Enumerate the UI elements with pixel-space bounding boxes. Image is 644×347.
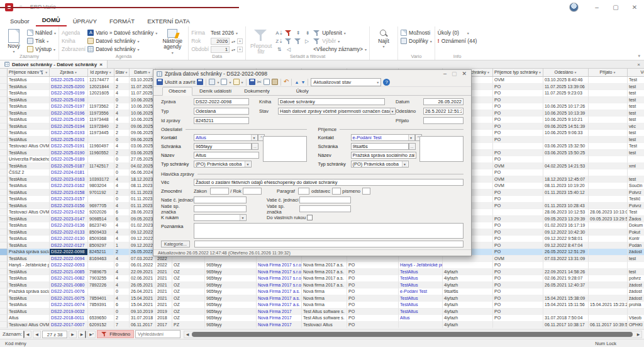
table-cell[interactable]: DS22-2025-0196	[50, 110, 88, 117]
table-row[interactable]: TestAltusDS22-2022-00948169463407.03.202…	[0, 256, 644, 263]
table-cell[interactable]	[543, 262, 589, 269]
table-cell[interactable]: 03.10.2025	[130, 77, 156, 84]
table-cell[interactable]: test	[628, 110, 644, 117]
table-cell[interactable]: TestAltus	[8, 295, 50, 302]
recipient-browse-button[interactable]: ...	[409, 143, 416, 150]
table-cell[interactable]: 4	[114, 275, 130, 282]
row-selector[interactable]	[0, 315, 8, 322]
new-record-button[interactable]: Nový▾	[3, 28, 25, 54]
personal-delivery-checkbox[interactable]	[307, 215, 313, 220]
table-cell[interactable]: PO	[493, 156, 543, 163]
table-cell[interactable]: 26.05.2021	[130, 282, 156, 289]
table-cell[interactable]	[589, 143, 628, 150]
collapse-ribbon-icon[interactable]: ▾	[638, 54, 640, 59]
table-cell[interactable]: 0	[114, 309, 130, 316]
table-cell[interactable]	[589, 315, 628, 322]
obdobi-plus-button[interactable]: +	[237, 47, 243, 52]
table-cell[interactable]: OVM	[493, 176, 543, 183]
zprava-field[interactable]	[194, 98, 249, 105]
row-selector[interactable]	[0, 309, 8, 316]
table-cell[interactable]	[589, 309, 628, 316]
row-selector[interactable]	[0, 262, 8, 269]
table-cell[interactable]: Nová Firma 2017 a.s.	[257, 302, 302, 309]
table-cell[interactable]: DS22-2021-0082	[50, 275, 88, 282]
table-cell[interactable]: 31.07.2018 7:50:04	[543, 315, 589, 322]
table-cell[interactable]: PO	[347, 322, 399, 329]
table-cell[interactable]: DS22-2025-0197	[50, 103, 88, 110]
table-cell[interactable]: TestAltus	[8, 137, 50, 144]
row-selector[interactable]	[0, 236, 8, 242]
table-cell[interactable]: 965fayy	[205, 269, 257, 276]
table-cell[interactable]: PO	[493, 90, 543, 97]
table-cell[interactable]: test	[628, 176, 644, 183]
table-cell[interactable]: TestAltus	[8, 90, 50, 97]
table-cell[interactable]: DS22-2025-0194	[50, 123, 88, 130]
table-cell[interactable]: PO	[493, 262, 543, 269]
table-cell[interactable]: PO	[493, 190, 543, 196]
table-cell[interactable]: 7903255	[88, 275, 114, 282]
table-cell[interactable]: DS22-2021-0080	[50, 282, 88, 289]
minimize-button[interactable]: –	[587, 0, 606, 14]
table-cell[interactable]: 2021	[156, 295, 172, 302]
category-button[interactable]: Kategorie...	[161, 241, 190, 247]
table-cell[interactable]: 4	[114, 282, 130, 289]
table-cell[interactable]: 10393172	[88, 176, 114, 183]
column-header[interactable]: Id zprávy▼	[88, 69, 114, 77]
row-selector[interactable]	[0, 137, 8, 144]
table-cell[interactable]: TestAltus	[8, 183, 50, 190]
table-cell[interactable]: Test	[628, 209, 644, 216]
table-cell[interactable]: OVM	[493, 163, 543, 170]
table-cell[interactable]: Nová firma 2017 a.s.	[302, 275, 347, 282]
table-cell[interactable]: Nová firma 2017 a.s.	[302, 282, 347, 289]
column-header[interactable]: Přijato▼	[589, 69, 628, 77]
advanced-filter-button[interactable]: Upřesnit▾	[313, 29, 367, 37]
table-cell[interactable]: 4	[114, 222, 130, 229]
table-cell[interactable]: 8245211	[88, 249, 114, 256]
table-cell[interactable]: PO	[493, 110, 543, 117]
table-cell[interactable]: Hanyš - Jeřábnické prá	[8, 262, 50, 269]
table-cell[interactable]: 0	[114, 196, 130, 203]
table-cell[interactable]: PO	[493, 137, 543, 144]
table-cell[interactable]: 4iyfazh	[443, 295, 493, 302]
law-field[interactable]	[210, 188, 229, 195]
table-cell[interactable]	[589, 282, 628, 289]
table-cell[interactable]: Nová firma 2017 a.s.	[302, 269, 347, 276]
table-cell[interactable]: PO	[493, 130, 543, 137]
table-cell[interactable]: 4	[114, 117, 130, 123]
table-cell[interactable]: OZ	[172, 315, 205, 322]
tab-domu[interactable]: DOMŮ	[36, 15, 67, 26]
table-cell[interactable]: 8623740	[88, 222, 114, 229]
tab-close-icon[interactable]: ×	[99, 62, 103, 67]
table-cell[interactable]: 26.05.2022 12:51:29	[543, 249, 589, 256]
table-cell[interactable]: PO	[493, 275, 543, 282]
table-cell[interactable]	[88, 97, 114, 104]
table-cell[interactable]: 01.11.2023 15:40:12	[543, 190, 589, 196]
table-cell[interactable]: 6	[114, 302, 130, 309]
column-header[interactable]: Odesláno▼	[543, 69, 589, 77]
table-cell[interactable]	[172, 256, 205, 263]
table-cell[interactable]: 0	[114, 97, 130, 104]
preview-button[interactable]: Náhled▾	[27, 29, 56, 37]
table-cell[interactable]: 02.06.2021	[130, 275, 156, 282]
table-cell[interactable]	[543, 156, 589, 163]
table-cell[interactable]	[589, 130, 628, 137]
row-selector[interactable]	[0, 183, 8, 190]
table-cell[interactable]: 01.11.2023	[130, 190, 156, 196]
table-cell[interactable]: 09.06.2025	[130, 137, 156, 144]
selection-filter-button[interactable]: Výběr▾	[313, 37, 367, 45]
tab-ukoly[interactable]: Úkoly	[291, 88, 314, 95]
table-cell[interactable]: 11960552	[88, 150, 114, 157]
table-cell[interactable]: DS22-2022-0133	[50, 229, 88, 236]
table-cell[interactable]: žádost	[628, 295, 644, 302]
dialog-minimize-icon[interactable]: –	[443, 71, 447, 77]
select-all-corner[interactable]	[0, 69, 8, 77]
table-cell[interactable]: 06.11.2017	[130, 322, 156, 329]
table-cell[interactable]: Altus	[8, 315, 50, 322]
paragraph-field[interactable]	[298, 188, 309, 195]
table-cell[interactable]: Potvrz	[628, 190, 644, 196]
table-cell[interactable]: 11973445	[88, 130, 114, 137]
table-cell[interactable]: 18.12.2023 12:45:07	[543, 176, 589, 183]
table-cell[interactable]: Všeob	[628, 315, 644, 322]
table-cell[interactable]: TestAltus	[8, 216, 50, 223]
agenda-tools-button[interactable]: Nástroje agendy▾	[159, 28, 186, 55]
